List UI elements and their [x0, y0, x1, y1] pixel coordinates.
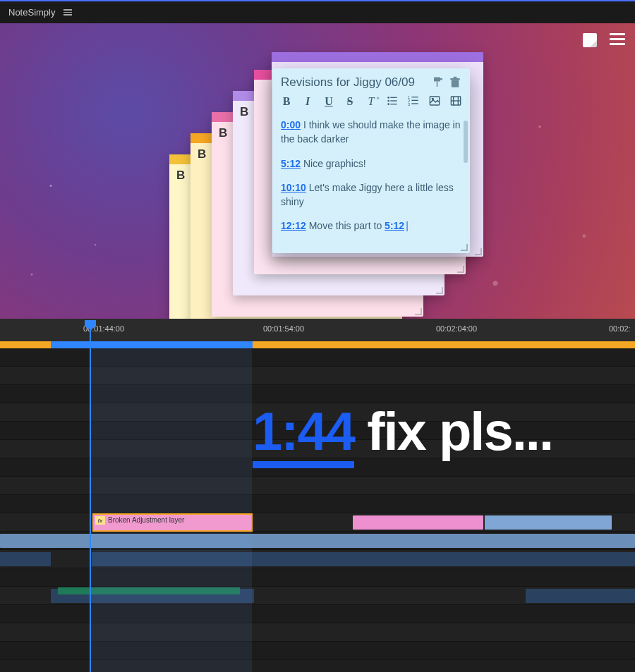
svg-rect-15 [411, 100, 418, 101]
note-entry: 12:12 Move this part to 5:12| [281, 219, 461, 233]
bullet-list-icon[interactable] [387, 95, 398, 108]
svg-rect-11 [390, 104, 397, 104]
note-text: Let's make Jiggy here a little less shin… [281, 182, 454, 207]
clip[interactable] [353, 515, 483, 530]
overlay-message: fix pls... [367, 401, 552, 461]
work-area-bar[interactable] [0, 341, 635, 348]
svg-point-6 [387, 97, 389, 99]
fx-badge-icon: fx [95, 516, 105, 525]
svg-text:3: 3 [408, 102, 410, 106]
note-toolbar: B I U S T 123 [272, 94, 470, 115]
timestamp-link[interactable]: 12:12 [281, 220, 306, 231]
panel-menu-icon[interactable] [610, 33, 625, 47]
svg-point-19 [432, 98, 433, 99]
playhead-line[interactable] [90, 330, 91, 672]
note-body[interactable]: 0:00 I think we should make the image in… [272, 115, 470, 253]
image-icon[interactable] [429, 95, 440, 108]
note-entry: 5:12 Nice graphics! [281, 157, 461, 171]
text-cursor: | [406, 220, 409, 231]
track-row[interactable]: fx Broken Adjustment layer [0, 513, 635, 532]
scrollbar[interactable] [464, 121, 468, 163]
in-out-range[interactable] [51, 341, 253, 348]
svg-rect-0 [434, 78, 440, 82]
svg-rect-3 [452, 80, 459, 87]
note-entry: 10:10 Let's make Jiggy here a little les… [281, 181, 461, 209]
timestamp-link[interactable]: 5:12 [385, 220, 404, 231]
resize-handle-icon[interactable] [461, 244, 468, 251]
app-name: NoteSimply [8, 7, 55, 18]
svg-rect-13 [411, 97, 418, 97]
app-titlebar: NoteSimply [0, 0, 635, 23]
ruler-label: 00:01:54:00 [263, 324, 304, 333]
clip[interactable] [526, 589, 635, 603]
ruler-label: 00:02:04:00 [436, 324, 477, 333]
note-header: Revisions for Jiggy 06/09 [272, 68, 470, 94]
svg-rect-4 [450, 78, 460, 80]
bold-icon: B [198, 147, 206, 161]
playhead-range [91, 348, 252, 672]
note-entry: 0:00 I think we should make the image in… [281, 118, 461, 147]
bold-icon: B [176, 169, 185, 183]
svg-rect-5 [454, 77, 457, 78]
timestamp-link[interactable]: 10:10 [281, 182, 306, 193]
clip[interactable] [485, 515, 612, 530]
bold-icon: B [240, 105, 248, 119]
numbered-list-icon[interactable]: 123 [408, 95, 419, 108]
svg-rect-9 [390, 100, 397, 101]
bold-icon[interactable]: B [281, 95, 292, 108]
paint-icon[interactable] [432, 76, 445, 89]
app-menu-icon[interactable] [64, 9, 72, 16]
timestamp-link[interactable]: 0:00 [281, 119, 301, 130]
selected-clip[interactable]: fx Broken Adjustment layer [92, 513, 253, 532]
overlay-annotation: 1:44fix pls... [253, 401, 552, 462]
note-toggle-icon[interactable] [583, 33, 597, 47]
underline-icon[interactable]: U [323, 95, 334, 108]
overlay-timestamp[interactable]: 1:44 [253, 401, 354, 468]
svg-rect-17 [411, 103, 418, 104]
video-icon[interactable] [450, 95, 461, 108]
program-monitor: B B B B Revisions for Jiggy 06/09 B I U … [0, 23, 635, 319]
note-title[interactable]: Revisions for Jiggy 06/09 [281, 75, 428, 90]
svg-rect-2 [437, 82, 438, 87]
clip[interactable] [0, 552, 51, 566]
svg-rect-1 [440, 78, 442, 80]
revision-note[interactable]: Revisions for Jiggy 06/09 B I U S T 123 [272, 68, 470, 253]
note-text: Move this part to [309, 220, 385, 231]
bold-icon: B [219, 126, 227, 140]
ruler-label: 00:02: [609, 324, 631, 333]
note-text: Nice graphics! [303, 158, 366, 169]
clip-label: Broken Adjustment layer [108, 516, 184, 524]
svg-point-10 [387, 103, 389, 105]
timestamp-link[interactable]: 5:12 [281, 158, 301, 169]
clear-format-icon[interactable]: T [365, 95, 377, 108]
strikethrough-icon[interactable]: S [344, 95, 356, 108]
note-text: I think we should make the image in the … [281, 119, 461, 145]
svg-point-8 [387, 100, 389, 102]
trash-icon[interactable] [449, 76, 461, 89]
italic-icon[interactable]: I [302, 95, 313, 108]
svg-rect-7 [390, 97, 397, 98]
